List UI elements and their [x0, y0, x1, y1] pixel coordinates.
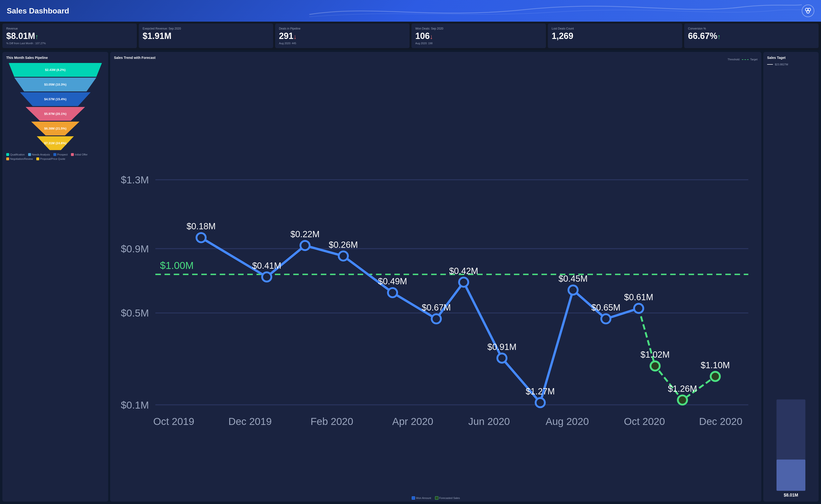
svg-text:$1.3M: $1.3M [121, 174, 149, 186]
legend-box-2 [53, 153, 56, 156]
legend-label-4: Negotiation/Review [10, 157, 33, 160]
funnel-tier-1: $3.05M (10.3%) [14, 78, 96, 92]
kpi-label-0: Revenue [6, 27, 133, 30]
legend-box-0 [6, 153, 9, 156]
kpi-value-1: $1.91M [143, 31, 269, 41]
svg-text:$0.5M: $0.5M [121, 307, 149, 319]
funnel-legend: QualificationNeeds AnalysisProspectIniti… [6, 153, 104, 160]
kpi-value-4: 1,269 [552, 31, 678, 41]
svg-text:$0.41M: $0.41M [252, 261, 281, 270]
funnel-title: This Month Sales Pipeline [6, 56, 104, 60]
svg-point-23 [262, 272, 271, 281]
legend-won: Won Amount [412, 496, 431, 500]
kpi-sub-3: Aug 2020: 198 [415, 42, 542, 45]
funnel-tier-5: $7.31M (24.6%) [37, 136, 74, 150]
kpi-sub-2: Aug 2020: 445 [279, 42, 406, 45]
threshold-info: Threshold: Target [728, 58, 758, 61]
kpi-card-4: Lost Deals Count1,269 [548, 24, 682, 48]
chart-svg: $0.1M$0.5M$0.9M$1.3MOct 2019Dec 2019Feb … [114, 65, 758, 495]
kpi-label-3: Won Deals: Sep 2020 [415, 27, 542, 30]
svg-text:Apr 2020: Apr 2020 [392, 416, 434, 427]
kpi-value-5: 66.67%↑ [688, 31, 815, 41]
svg-text:$1.26M: $1.26M [668, 384, 697, 394]
svg-text:Dec 2020: Dec 2020 [699, 416, 742, 427]
target-threshold-line: $23.8827M [767, 63, 815, 66]
svg-point-49 [711, 372, 720, 381]
kpi-value-3: 106↓ [415, 31, 542, 41]
header: Sales Dashboard [0, 0, 821, 22]
svg-text:$1.00M: $1.00M [160, 260, 194, 271]
svg-text:$0.45M: $0.45M [559, 274, 588, 284]
svg-text:$1.02M: $1.02M [641, 350, 670, 360]
svg-text:$0.61M: $0.61M [624, 292, 653, 302]
legend-box-1 [28, 153, 31, 156]
page-title: Sales Dashboard [7, 6, 69, 15]
target-panel: Sales Taget $23.8827M $8.01M [763, 52, 819, 502]
legend-label-5: Proposal/Price Quote [40, 157, 65, 160]
svg-point-45 [651, 361, 660, 370]
kpi-value-2: 291↓ [279, 31, 406, 41]
kpi-label-5: Conversion % [688, 27, 815, 30]
legend-label-1: Needs Analysis [32, 153, 50, 156]
funnel-tier-0: $2.43M (8.2%) [9, 63, 102, 77]
legend-item-4: Negotiation/Review [6, 157, 33, 160]
svg-text:$1.27M: $1.27M [526, 386, 555, 396]
svg-point-39 [569, 285, 578, 294]
legend-label-2: Prospect [57, 153, 68, 156]
header-wave [309, 0, 802, 22]
svg-text:Feb 2020: Feb 2020 [310, 416, 353, 427]
svg-text:$0.26M: $0.26M [329, 240, 358, 249]
svg-text:Aug 2020: Aug 2020 [546, 416, 589, 427]
svg-point-35 [497, 353, 507, 362]
chart-title: Sales Trend with Forecast [114, 56, 156, 60]
kpi-row: Revenue$8.01M↑% Diff from Last Month : 1… [0, 22, 821, 50]
svg-text:Dec 2019: Dec 2019 [228, 416, 272, 427]
svg-text:$0.22M: $0.22M [290, 229, 319, 239]
legend-box-4 [6, 157, 9, 160]
svg-text:$0.91M: $0.91M [488, 342, 517, 352]
svg-point-33 [459, 278, 468, 287]
target-bar [777, 399, 805, 491]
logo-icon [802, 5, 814, 17]
svg-point-27 [338, 251, 348, 261]
svg-text:$0.67M: $0.67M [422, 303, 451, 312]
main-content: This Month Sales Pipeline $2.43M (8.2%)$… [0, 50, 821, 504]
svg-text:$0.42M: $0.42M [449, 266, 478, 276]
svg-point-25 [300, 241, 309, 250]
target-current-value: $8.01M [784, 493, 798, 498]
legend-label-0: Qualification [10, 153, 25, 156]
svg-point-43 [634, 304, 643, 313]
legend-item-2: Prospect [53, 153, 68, 156]
chart-area: $0.1M$0.5M$0.9M$1.3MOct 2019Dec 2019Feb … [114, 65, 758, 495]
legend-box-5 [36, 157, 39, 160]
legend-box-3 [71, 153, 74, 156]
funnel-tier-2: $4.57M (15.4%) [20, 92, 91, 106]
svg-text:Oct 2020: Oct 2020 [624, 416, 665, 427]
kpi-value-0: $8.01M↑ [6, 31, 133, 41]
legend-item-3: Initial Offer [71, 153, 87, 156]
funnel-tier-4: $6.38M (21.5%) [31, 122, 80, 136]
kpi-sub-0: % Diff from Last Month : 107.27% [6, 42, 133, 45]
svg-point-31 [432, 314, 441, 323]
kpi-card-2: Deals in Pipeline291↓Aug 2020: 445 [275, 24, 409, 48]
svg-text:$0.18M: $0.18M [187, 221, 216, 231]
chart-panel: Sales Trend with Forecast Threshold: Tar… [110, 52, 761, 502]
svg-text:$0.1M: $0.1M [121, 399, 149, 411]
kpi-label-4: Lost Deals Count [552, 27, 678, 30]
kpi-card-5: Conversion %66.67%↑ [684, 24, 819, 48]
svg-point-21 [196, 233, 206, 242]
svg-text:Jun 2020: Jun 2020 [468, 416, 510, 427]
svg-text:$0.9M: $0.9M [121, 243, 149, 254]
svg-text:$0.65M: $0.65M [591, 303, 621, 312]
kpi-card-1: Exepcted Revenue: Sep 2020$1.91M [139, 24, 273, 48]
svg-text:$0.49M: $0.49M [378, 276, 407, 286]
target-title: Sales Taget [767, 56, 815, 60]
legend-item-5: Proposal/Price Quote [36, 157, 65, 160]
svg-text:$1.10M: $1.10M [701, 360, 730, 370]
funnel-tier-3: $5.97M (20.1%) [25, 107, 85, 121]
funnel-panel: This Month Sales Pipeline $2.43M (8.2%)$… [2, 52, 108, 502]
funnel-container: $2.43M (8.2%)$3.05M (10.3%)$4.57M (15.4%… [6, 63, 104, 150]
chart-legend: Won Amount Forecasted Sales [114, 496, 758, 500]
svg-text:Oct 2019: Oct 2019 [153, 416, 194, 427]
svg-point-29 [388, 288, 397, 297]
